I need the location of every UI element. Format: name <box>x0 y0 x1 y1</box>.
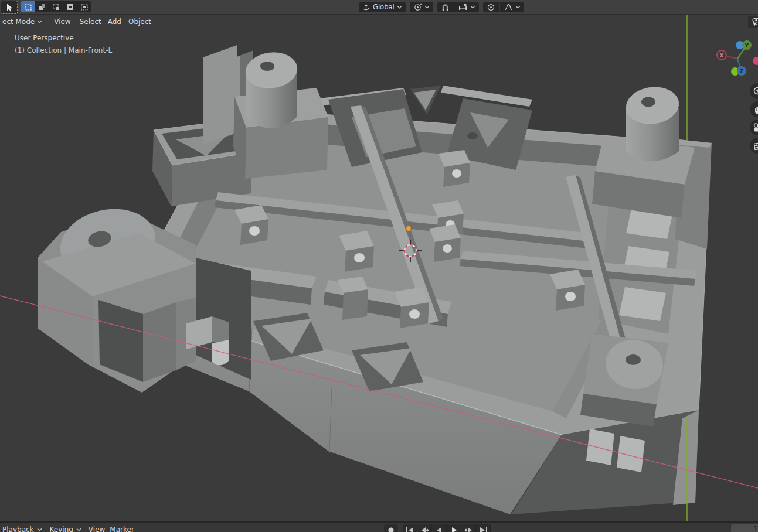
select-intersect-icon <box>80 3 89 11</box>
play-icon <box>450 527 458 532</box>
chevron-down-icon <box>76 528 81 531</box>
jump-start-icon <box>406 527 414 532</box>
falloff-curve-icon <box>504 3 513 11</box>
record-button[interactable] <box>384 524 398 532</box>
grid-icon <box>752 140 758 152</box>
pan-hand-button[interactable] <box>750 101 758 117</box>
prev-keyframe-button[interactable] <box>417 524 432 532</box>
select-extend-icon <box>38 3 46 11</box>
menu-view[interactable]: View <box>52 16 72 27</box>
divider <box>454 3 454 11</box>
grid-ortho-button[interactable] <box>750 138 758 154</box>
menu-object[interactable]: Object <box>127 16 153 27</box>
chevron-down-icon <box>37 528 42 531</box>
camera-view-button[interactable] <box>750 120 758 135</box>
camera-icon <box>752 122 758 134</box>
snap-controls[interactable] <box>437 2 479 12</box>
play-reverse-icon <box>435 527 444 532</box>
timeline-bar: Playback Keying View Marker <box>0 521 758 532</box>
menu-timeline-view[interactable]: View <box>89 526 105 532</box>
zoom-button[interactable] <box>750 83 758 99</box>
jump-to-end-button[interactable] <box>476 524 491 532</box>
active-tool-button[interactable] <box>1 1 18 14</box>
viewport-nav-tools <box>750 83 758 154</box>
select-mode-set-button[interactable] <box>21 1 35 12</box>
chevron-down-icon <box>37 20 42 23</box>
viewport-canvas[interactable] <box>0 14 758 521</box>
menu-object-label: Object <box>128 18 151 26</box>
select-mode-extend-button[interactable] <box>35 1 49 12</box>
blender-window: User Perspective (1) Collection | Main-F… <box>0 0 758 532</box>
menu-select-label: Select <box>80 18 101 26</box>
topbar: Global <box>0 0 758 15</box>
mode-dropdown[interactable]: ect Mode <box>1 16 44 27</box>
cursor-select-icon <box>5 3 14 12</box>
gizmo-x-label: X <box>720 53 724 59</box>
menu-timeline-view-label: View <box>89 526 105 532</box>
pivot-point-dropdown[interactable] <box>410 2 433 12</box>
proportional-edit-icon <box>487 3 495 12</box>
playback-button-group <box>403 524 491 532</box>
play-reverse-button[interactable] <box>432 524 447 532</box>
menu-view-label: View <box>54 18 70 26</box>
chevron-down-icon <box>397 5 402 9</box>
menu-keying-label: Keying <box>50 526 73 532</box>
menu-keying[interactable]: Keying <box>50 526 81 532</box>
menu-select[interactable]: Select <box>78 16 103 27</box>
chevron-down-icon <box>470 5 475 9</box>
pivot-point-icon <box>413 3 422 12</box>
transport-controls <box>384 524 491 532</box>
chevron-down-icon <box>424 5 430 9</box>
menu-playback-label: Playback <box>2 526 34 532</box>
next-keyframe-button[interactable] <box>461 524 476 532</box>
select-mode-group <box>21 1 91 12</box>
menu-marker[interactable]: Marker <box>110 526 134 532</box>
select-subtract-icon <box>52 3 60 11</box>
select-invert-icon <box>66 3 74 11</box>
menu-marker-label: Marker <box>110 526 134 532</box>
prev-keyframe-icon <box>420 527 429 532</box>
jump-to-start-button[interactable] <box>403 524 417 532</box>
orientation-icon <box>362 3 370 11</box>
orientation-label: Global <box>373 3 395 11</box>
timeline-menus: Playback Keying View Marker <box>1 526 134 532</box>
menu-add-label: Add <box>108 18 121 26</box>
select-mode-invert-button[interactable] <box>63 1 77 12</box>
jump-end-icon <box>479 527 488 532</box>
snap-target-icon <box>458 3 468 11</box>
menu-playback[interactable]: Playback <box>2 526 42 532</box>
proportional-edit-controls[interactable] <box>483 2 524 12</box>
hand-icon <box>752 104 758 115</box>
mode-label: ect Mode <box>2 18 35 26</box>
chevron-down-icon <box>515 5 521 9</box>
select-mode-intersect-button[interactable] <box>77 1 91 12</box>
orientation-dropdown[interactable]: Global <box>359 2 406 12</box>
current-frame-field[interactable]: 1 <box>731 524 758 532</box>
transform-controls: Global <box>359 2 524 12</box>
select-set-icon <box>24 3 32 11</box>
object-origin-dot <box>406 226 412 231</box>
gizmo-z-label: Z <box>740 69 744 74</box>
gizmo-axis-ball[interactable] <box>753 57 758 65</box>
axis-gizmo[interactable]: Y X Z <box>708 23 758 82</box>
menu-add[interactable]: Add <box>106 16 123 27</box>
divider <box>499 3 500 11</box>
play-button[interactable] <box>447 524 461 532</box>
model-mesh[interactable] <box>38 39 712 514</box>
next-keyframe-icon <box>464 527 473 532</box>
gizmo-y-label: Y <box>745 43 749 49</box>
select-mode-subtract-button[interactable] <box>49 1 63 12</box>
record-icon <box>387 526 395 532</box>
dome-boss-bottomright <box>580 334 668 427</box>
magnet-icon <box>441 3 450 12</box>
viewport-header: ect Mode View Select Add Object <box>0 15 758 28</box>
zoom-icon <box>752 86 758 97</box>
